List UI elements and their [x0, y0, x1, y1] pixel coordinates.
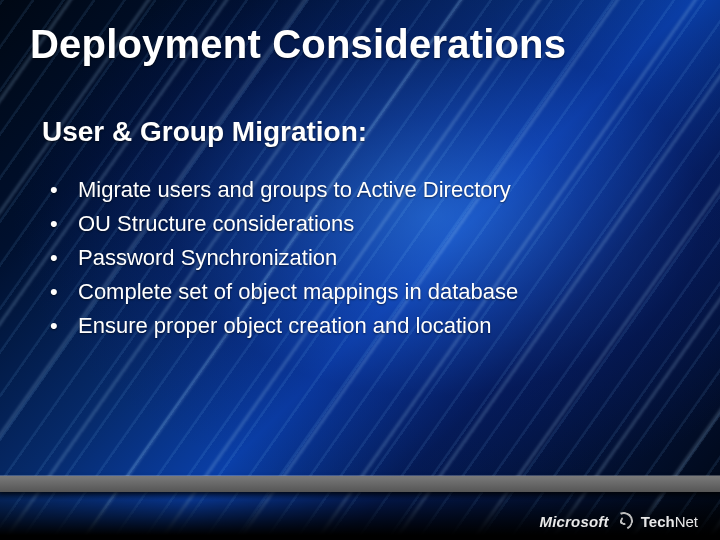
footer-shadow — [0, 492, 720, 500]
bullet-icon: • — [50, 242, 78, 274]
bullet-icon: • — [50, 310, 78, 342]
list-item: • Complete set of object mappings in dat… — [50, 276, 518, 308]
slide-title: Deployment Considerations — [30, 22, 566, 67]
bullet-icon: • — [50, 276, 78, 308]
list-item-label: Complete set of object mappings in datab… — [78, 276, 518, 308]
technet-net: Net — [675, 513, 698, 530]
technet-wordmark: TechNet — [641, 513, 698, 530]
bullet-icon: • — [50, 208, 78, 240]
footer-divider — [0, 476, 720, 492]
list-item-label: OU Structure considerations — [78, 208, 518, 240]
footer-logo: Microsoft TechNet — [539, 512, 698, 530]
list-item-label: Password Synchronization — [78, 242, 518, 274]
technet-tech: Tech — [641, 513, 675, 530]
microsoft-wordmark: Microsoft — [539, 513, 608, 530]
list-item: • Password Synchronization — [50, 242, 518, 274]
list-item-label: Ensure proper object creation and locati… — [78, 310, 518, 342]
bullet-icon: • — [50, 174, 78, 206]
list-item: • Migrate users and groups to Active Dir… — [50, 174, 518, 206]
bullet-list: • Migrate users and groups to Active Dir… — [50, 174, 518, 343]
list-item: • OU Structure considerations — [50, 208, 518, 240]
list-item-label: Migrate users and groups to Active Direc… — [78, 174, 518, 206]
slide-subtitle: User & Group Migration: — [42, 116, 367, 148]
technet-swirl-icon — [612, 509, 635, 532]
list-item: • Ensure proper object creation and loca… — [50, 310, 518, 342]
